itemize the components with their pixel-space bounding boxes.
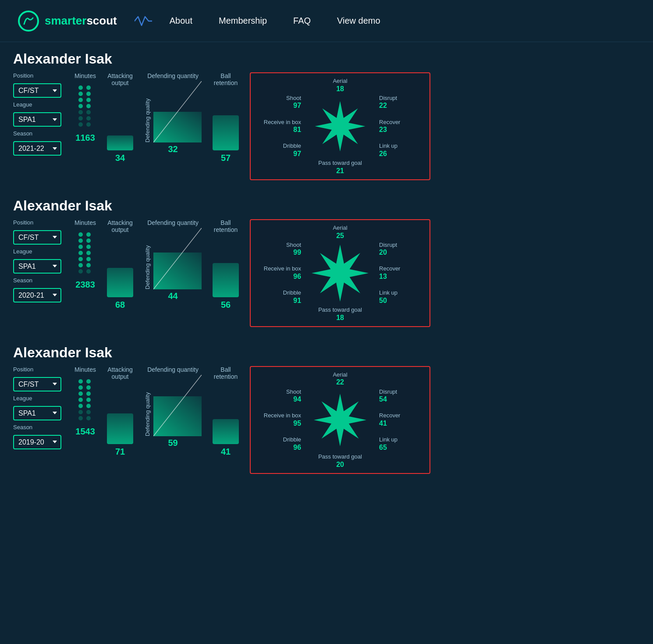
dot — [78, 379, 83, 384]
dribble-label: Dribble — [283, 289, 301, 296]
receive-in-box-value: 96 — [262, 272, 301, 281]
left-metrics: Shoot 97 Receive in box 81 Dribble 97 — [262, 95, 301, 158]
defending-quality-chart — [153, 81, 202, 142]
ball-retention-bar — [213, 419, 239, 444]
player-section: Alexander Isak Position CF/ST League SPA… — [13, 345, 640, 474]
attacking-output-value: 71 — [115, 447, 125, 457]
dot — [78, 398, 83, 402]
dot — [78, 404, 83, 408]
dot — [78, 245, 83, 249]
spider-star-center — [309, 389, 371, 451]
season-select[interactable]: 2021-22 — [13, 141, 61, 156]
dot — [78, 116, 83, 121]
defending-quality-chart — [153, 375, 202, 436]
nav-view-demo[interactable]: View demo — [337, 16, 380, 25]
dribble-metric: Dribble 96 — [262, 436, 301, 452]
attacking-bar — [107, 268, 133, 297]
dot — [86, 104, 91, 108]
dot — [86, 398, 91, 402]
dot — [78, 263, 83, 267]
position-label: Position — [13, 72, 66, 79]
shoot-metric: Shoot 99 — [262, 242, 301, 257]
dot — [86, 85, 91, 90]
defending-quality-col: Defending quality — [144, 81, 202, 142]
dot — [86, 379, 91, 384]
ball-retention-header: Ball retention — [210, 366, 241, 380]
disrupt-metric: Disrupt 22 — [379, 95, 419, 110]
spider-star-icon — [309, 242, 371, 304]
dot — [78, 269, 83, 274]
dot — [86, 245, 91, 249]
ball-retention-bar — [213, 115, 239, 150]
attacking-output-header: Attacking output — [105, 219, 135, 233]
player-name: Alexander Isak — [13, 51, 640, 67]
nav-membership[interactable]: Membership — [219, 16, 267, 25]
defending-quality-label: Defending quality — [144, 228, 151, 289]
dribble-value: 96 — [262, 443, 301, 452]
receive-in-box-metric: Receive in box 81 — [262, 119, 301, 134]
nav-faq[interactable]: FAQ — [293, 16, 311, 25]
league-select[interactable]: SPA1 — [13, 259, 61, 274]
defending-cols: Defending quantity Defending quality 44 — [144, 219, 202, 301]
recover-value: 13 — [379, 272, 419, 281]
defending-chart-row: Defending quality — [144, 375, 202, 436]
dribble-value: 91 — [262, 296, 301, 305]
pass-toward-goal-value: 20 — [318, 460, 362, 469]
shoot-metric: Shoot 94 — [262, 388, 301, 404]
league-select[interactable]: SPA1 — [13, 406, 61, 420]
pass-toward-goal-value: 18 — [318, 313, 362, 322]
ball-retention-value: 57 — [221, 153, 231, 163]
shoot-label: Shoot — [286, 242, 301, 248]
attacking-output-value: 34 — [115, 153, 125, 163]
aerial-metric: Aerial 22 — [333, 371, 347, 387]
league-label: League — [13, 395, 66, 402]
player-row: Position CF/ST League SPA1 Season 2019-2… — [13, 366, 640, 474]
season-label: Season — [13, 424, 66, 431]
attacking-output-col: Attacking output 71 — [105, 366, 135, 457]
position-select[interactable]: CF/ST — [13, 230, 61, 245]
nav-divider-icon — [135, 14, 152, 28]
defending-quality-col: Defending quality — [144, 228, 202, 289]
disrupt-label: Disrupt — [379, 95, 397, 101]
dot — [86, 263, 91, 267]
attacking-output-header: Attacking output — [105, 72, 135, 86]
pass-toward-goal-metric: Pass toward goal 18 — [318, 306, 362, 322]
dot — [86, 92, 91, 96]
player-row: Position CF/ST League SPA1 Season 2021-2… — [13, 72, 640, 180]
attacking-bar-wrap — [107, 236, 133, 297]
defending-headers: Defending quantity — [145, 366, 202, 373]
recover-label: Recover — [379, 119, 400, 125]
position-select[interactable]: CF/ST — [13, 83, 61, 98]
league-select[interactable]: SPA1 — [13, 112, 61, 127]
defending-quantity-value: 44 — [168, 291, 177, 301]
season-select[interactable]: 2019-20 — [13, 435, 61, 449]
spider-star-icon — [309, 389, 371, 451]
player-section: Alexander Isak Position CF/ST League SPA… — [13, 51, 640, 180]
season-select[interactable]: 2020-21 — [13, 288, 61, 302]
link-up-label: Link up — [379, 436, 397, 443]
season-label: Season — [13, 277, 66, 284]
position-select[interactable]: CF/ST — [13, 377, 61, 391]
dot — [78, 391, 83, 396]
player-row: Position CF/ST League SPA1 Season 2020-2… — [13, 219, 640, 327]
receive-in-box-metric: Receive in box 96 — [262, 265, 301, 281]
dot — [78, 232, 83, 237]
receive-in-box-value: 95 — [262, 419, 301, 427]
dot — [78, 110, 83, 114]
spider-star-center — [309, 242, 371, 304]
disrupt-value: 22 — [379, 101, 419, 110]
recover-metric: Recover 41 — [379, 412, 419, 427]
recover-value: 41 — [379, 419, 419, 427]
pass-toward-goal-label: Pass toward goal — [318, 453, 362, 460]
dot — [78, 92, 83, 96]
position-label: Position — [13, 366, 66, 373]
pass-toward-goal-label: Pass toward goal — [318, 306, 362, 313]
minutes-col: Minutes 1163 — [75, 72, 96, 143]
nav-about[interactable]: About — [170, 16, 192, 25]
defending-quantity-header: Defending quantity — [145, 219, 202, 226]
defending-quantity-value: 32 — [168, 144, 177, 154]
disrupt-label: Disrupt — [379, 242, 397, 248]
ball-retention-header: Ball retention — [210, 219, 241, 233]
dot — [86, 385, 91, 390]
dot — [78, 251, 83, 255]
